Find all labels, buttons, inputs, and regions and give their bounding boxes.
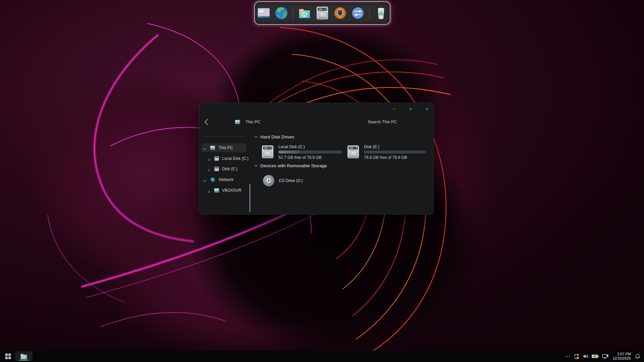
capacity-bar — [278, 150, 342, 154]
web-browser-globe-icon[interactable] — [274, 5, 289, 21]
navigation-bar: This PC Search This PC — [200, 116, 434, 128]
hard-disk-icon — [214, 156, 219, 161]
trash-icon[interactable] — [373, 5, 389, 21]
maximize-button[interactable]: + — [406, 105, 415, 113]
breadcrumb[interactable]: This PC — [246, 116, 260, 128]
chevron-right-icon[interactable] — [207, 157, 211, 160]
active-app-indicator — [19, 360, 29, 361]
capacity-bar — [364, 150, 426, 154]
app-dock — [254, 1, 390, 25]
clock[interactable]: 2:57 PM 12/16/2025 — [612, 352, 631, 361]
drive-free-space: 52.7 GB free of 78.9 GB — [278, 155, 322, 160]
capacity-bar-fill — [364, 150, 365, 154]
taskbar-file-explorer-button[interactable] — [15, 351, 33, 361]
chevron-right-icon[interactable] — [207, 167, 211, 171]
section-hard-disk-drives[interactable]: Hard Disk Drives — [254, 134, 294, 139]
computer-icon — [214, 188, 219, 193]
tray-overflow-icon[interactable] — [565, 354, 570, 359]
content-pane: Hard Disk Drives Local Disk (C:) — [252, 128, 434, 215]
drive-cd-d[interactable]: CD Drive (D:) — [261, 173, 335, 189]
network-globe-icon — [210, 177, 215, 182]
close-button[interactable]: × — [423, 105, 431, 113]
drive-label: Disk (E:) — [364, 144, 379, 149]
hard-disk-icon — [214, 166, 219, 172]
sidebar-item-local-disk-c[interactable]: Local Disk (C:) — [200, 154, 250, 163]
search-input[interactable]: Search This PC — [368, 116, 397, 128]
section-title: Hard Disk Drives — [260, 134, 294, 139]
sidebar-item-disk-e[interactable]: Disk (E:) — [200, 165, 250, 173]
section-removable-storage[interactable]: Devices with Removable Storage — [254, 163, 327, 168]
cd-disc-icon — [261, 173, 276, 188]
start-grid-icon — [5, 353, 11, 359]
sidebar-item-label: Local Disk (C:) — [222, 154, 249, 163]
firewall-shield-icon[interactable] — [332, 5, 348, 21]
volume-icon[interactable] — [583, 353, 589, 359]
hard-disk-icon — [346, 144, 361, 159]
dock-divider — [293, 6, 293, 20]
network-display-icon[interactable] — [602, 353, 609, 359]
desktop: − + × This PC Search This PC — [0, 0, 644, 362]
sidebar-divider — [203, 136, 244, 137]
sidebar-item-network[interactable]: Network — [200, 175, 250, 184]
chevron-down-icon[interactable] — [203, 146, 206, 149]
update-sync-icon[interactable] — [573, 353, 580, 360]
sidebar-item-label: VBOXSVR — [222, 186, 241, 195]
battery-charging-icon[interactable] — [592, 353, 599, 359]
drive-free-space: 79.8 GB free of 79.9 GB — [364, 155, 407, 160]
chevron-right-icon[interactable] — [207, 189, 211, 192]
sidebar-item-this-pc[interactable]: This PC — [201, 143, 247, 152]
file-explorer-window: − + × This PC Search This PC — [199, 103, 434, 215]
hard-disk-icon — [260, 144, 275, 159]
sidebar-item-label: Network — [219, 175, 233, 184]
minimize-button[interactable]: − — [390, 105, 398, 113]
file-manager-icon[interactable] — [297, 5, 312, 21]
sidebar-item-label: Disk (E:) — [222, 165, 237, 173]
chevron-down-icon[interactable] — [203, 178, 206, 181]
dock-divider — [369, 6, 370, 20]
sidebar-tree: This PC Local Disk (C:) — [200, 128, 252, 215]
sidebar-item-vboxsvr[interactable]: VBOXSVR — [200, 186, 250, 195]
drive-disk-e[interactable]: Disk (E:) 79.8 GB free of 79.9 GB — [346, 144, 428, 161]
this-pc-icon — [235, 119, 240, 125]
sidebar-scrollbar[interactable] — [250, 184, 250, 212]
desktop-icon[interactable] — [256, 5, 271, 21]
chevron-down-icon — [254, 164, 258, 168]
drive-local-disk-c[interactable]: Local Disk (C:) 52.7 GB free of 78.9 GB — [260, 144, 342, 161]
system-tray: 2:57 PM 12/16/2025 — [565, 352, 641, 361]
computer-icon — [210, 145, 215, 150]
chevron-down-icon — [254, 135, 258, 139]
clock-date: 12/16/2025 — [612, 356, 631, 361]
drive-label: Local Disk (C:) — [278, 144, 305, 149]
notification-bell-icon[interactable] — [635, 353, 641, 359]
taskbar: 2:57 PM 12/16/2025 — [0, 351, 644, 362]
capacity-bar-fill — [278, 150, 300, 154]
settings-sliders-icon[interactable] — [350, 5, 366, 21]
hard-disk-icon[interactable] — [315, 5, 330, 21]
back-icon[interactable] — [204, 119, 209, 125]
sidebar-item-label: This PC — [219, 143, 233, 152]
start-button[interactable] — [5, 353, 11, 360]
section-title: Devices with Removable Storage — [260, 163, 327, 168]
clock-time: 2:57 PM — [612, 352, 631, 356]
drive-label: CD Drive (D:) — [279, 173, 303, 188]
